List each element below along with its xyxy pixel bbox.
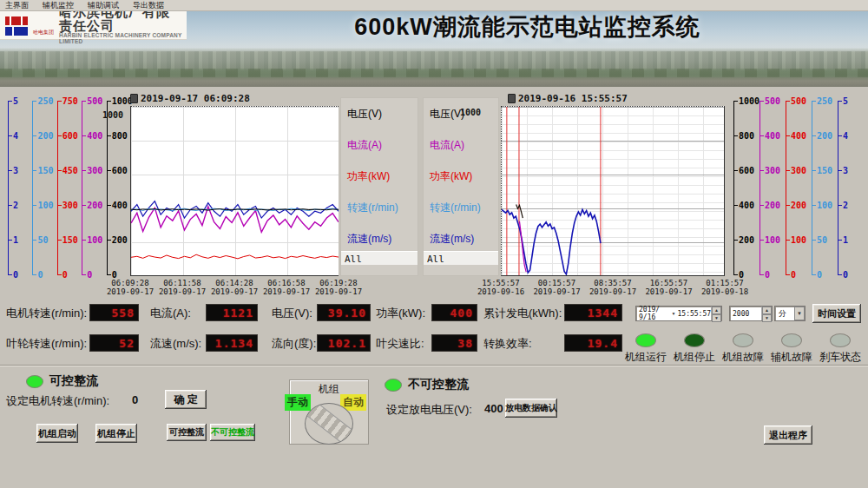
value-axis: 543210 — [835, 101, 861, 274]
indicator: 机组故障 — [719, 333, 767, 365]
interval-unit-select[interactable]: 分 ▼ — [774, 306, 806, 321]
page-title: 600kW潮流能示范电站监控系统 — [187, 11, 868, 43]
x-tick-label: 16:55:572019-09-17 — [645, 279, 692, 297]
interval-unit: 分 — [779, 308, 786, 320]
led-display: 38 — [431, 334, 477, 352]
readout-label: 流向(度): — [272, 336, 316, 352]
readout-label: 电流(A): — [150, 306, 191, 321]
mode-knob[interactable] — [305, 403, 353, 445]
manual-mode-tag[interactable]: 手动 — [285, 394, 311, 411]
uncontrolled-rectifier-label: 不可控整流 — [408, 377, 469, 392]
confirm-button[interactable]: 确 定 — [165, 390, 207, 409]
menu-item[interactable]: 主界面 — [5, 0, 29, 11]
status-indicators: 机组运行机组停止机组故障辅机故障刹车状态 — [621, 333, 866, 365]
interval-spinner[interactable]: ▲▼ — [761, 307, 772, 320]
indicator: 机组运行 — [621, 333, 670, 365]
legend-item[interactable]: 电压(V) — [430, 107, 464, 122]
readout-label: 电压(V): — [272, 306, 312, 321]
he-logo-icon — [5, 16, 28, 36]
unit-stop-button[interactable]: 机组停止 — [95, 424, 137, 443]
menu-bar: 主界面辅机监控辅助调试导出数据 — [0, 0, 868, 11]
controlled-rectifier-button[interactable]: 可控整流 — [167, 424, 207, 441]
right-chart-x-axis: 15:55:572019-09-1600:15:572019-09-1708:3… — [501, 279, 725, 298]
indicator: 刹车状态 — [816, 333, 865, 365]
knob-handle — [305, 403, 353, 445]
uncontrolled-rectifier-button[interactable]: 不可控整流 — [210, 424, 255, 441]
indicator: 机组停止 — [670, 333, 719, 365]
readout-label: 叶尖速比: — [376, 336, 424, 352]
x-tick-label: 06:16:582019-09-17 — [263, 279, 310, 297]
legend-item[interactable]: 转速(r/min) — [430, 201, 481, 215]
x-tick-label: 06:11:582019-09-17 — [159, 279, 206, 297]
right-legend-all[interactable]: All — [424, 251, 498, 265]
indicator-lamp — [684, 333, 705, 347]
date-dropdown-icon[interactable]: ▼ — [672, 311, 676, 316]
header: 600kW潮流能示范电站监控系统 哈电集团 哈尔滨电机厂有限责任公司 HARBI… — [0, 11, 868, 87]
led-display: 1121 — [206, 304, 258, 321]
x-tick-label: 01:15:572019-09-18 — [701, 279, 748, 297]
timestamp-icon — [130, 94, 138, 103]
set-discharge-value[interactable]: 400 — [484, 402, 503, 415]
value-axis: 250200150100500 — [809, 101, 835, 274]
legend-item[interactable]: 电流(A) — [347, 138, 382, 153]
indicator: 辅机故障 — [767, 333, 816, 365]
company-name-cn: 哈尔滨电机厂有限责任公司 — [59, 11, 183, 33]
legend-item[interactable]: 功率(kW) — [347, 169, 390, 184]
app-window: 主界面辅机监控辅助调试导出数据 600kW潮流能示范电站监控系统 哈电集团 哈尔… — [0, 0, 868, 488]
legend-item[interactable]: 转速(r/min) — [347, 201, 398, 215]
readout-label: 累计发电(kWh): — [483, 306, 562, 321]
readout-label: 流速(m/s): — [150, 336, 201, 352]
discharge-confirm-button[interactable]: 放电数据确认 — [505, 399, 557, 418]
right-chart-plot[interactable] — [501, 106, 725, 276]
readout-label: 功率(kW): — [376, 306, 425, 321]
left-chart-timestamp: 2019-09-17 06:09:28 — [130, 93, 250, 104]
led-display: 1.134 — [206, 334, 258, 352]
led-display: 102.1 — [317, 334, 371, 352]
led-display: 19.4 — [564, 334, 622, 352]
led-display: 52 — [89, 334, 139, 352]
value-axis: 10008006004002000 — [731, 101, 757, 274]
readout-label: 转换效率: — [483, 336, 532, 352]
tree-line — [0, 69, 868, 77]
right-chart-legend: All 电压(V)电流(A)功率(kW)转速(r/min)流速(m/s) — [423, 97, 499, 276]
right-chart-timestamp: 2019-09-16 15:55:57 — [508, 93, 628, 104]
datetime-picker[interactable]: 2019/ 9/16 ▼ 15:55:57 ▲▼ — [635, 306, 722, 321]
uncontrolled-rectifier-lamp — [385, 379, 402, 392]
unit-dropdown-icon[interactable]: ▼ — [794, 307, 805, 320]
controlled-rectifier-label: 可控整流 — [49, 373, 98, 389]
x-tick-label: 06:14:282019-09-17 — [211, 279, 258, 297]
value-axis: 250200150100500 — [30, 101, 54, 274]
time-set-button[interactable]: 时间设置 — [812, 304, 861, 323]
menu-item[interactable]: 导出数据 — [133, 0, 164, 11]
unit-start-button[interactable]: 机组启动 — [36, 424, 78, 443]
legend-item[interactable]: 流速(m/s) — [347, 232, 391, 247]
time-spinner[interactable]: ▲▼ — [711, 307, 721, 320]
led-display: 400 — [431, 304, 477, 321]
indicator-lamp — [830, 333, 851, 347]
readout-label: 电机转速(r/min): — [6, 306, 87, 321]
left-chart-plot[interactable] — [130, 106, 339, 276]
set-speed-value[interactable]: 0 — [132, 393, 138, 406]
legend-item[interactable]: 功率(kW) — [430, 169, 472, 184]
indicator-label: 刹车状态 — [816, 350, 865, 365]
readout-label: 叶轮转速(r/min): — [6, 336, 87, 352]
right-plot-max-label: 1000 — [460, 108, 481, 117]
legend-item[interactable]: 流速(m/s) — [430, 232, 474, 247]
legend-item[interactable]: 电流(A) — [430, 138, 464, 153]
company-name-en: HARBIN ELECTRIC MACHINERY COMPANY LIMITE… — [59, 33, 183, 45]
legend-item[interactable]: 电压(V) — [347, 107, 382, 122]
left-legend-all[interactable]: All — [341, 251, 418, 265]
left-chart-x-axis: 06:09:282019-09-1706:11:582019-09-1706:1… — [130, 279, 339, 298]
indicator-lamp — [635, 333, 656, 347]
section-divider — [0, 365, 868, 366]
exit-button[interactable]: 退出程序 — [764, 425, 812, 445]
menu-item[interactable]: 辅助调试 — [88, 0, 119, 11]
interval-input[interactable]: 2000 ▲▼ — [729, 306, 773, 321]
timestamp-icon — [508, 94, 516, 103]
controlled-rectifier-lamp — [26, 375, 43, 388]
indicator-lamp — [733, 333, 753, 347]
menu-item[interactable]: 辅机监控 — [43, 0, 74, 11]
x-tick-label: 15:55:572019-09-16 — [477, 279, 524, 297]
value-axis: 7506004503001500 — [55, 101, 79, 274]
value-axis: 5004003002001000 — [783, 101, 809, 274]
